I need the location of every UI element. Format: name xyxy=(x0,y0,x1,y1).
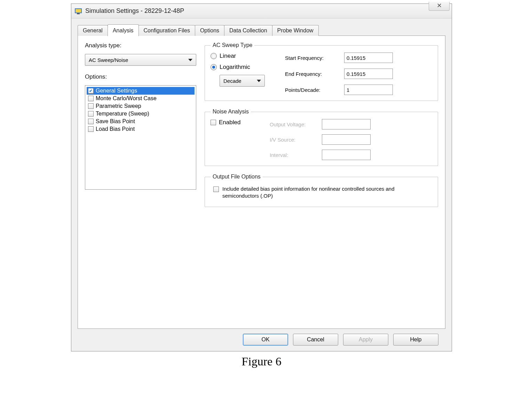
radio-logarithmic[interactable]: Logarithmic xyxy=(211,64,277,71)
output-file-options-legend: Output File Options xyxy=(211,174,263,180)
app-icon xyxy=(74,7,82,15)
content-area: General Analysis Configuration Files Opt… xyxy=(71,18,452,351)
simulation-settings-window: Simulation Settings - 28229-12-48P ✕ Gen… xyxy=(71,3,452,351)
list-item-label: Parametric Sweep xyxy=(96,103,141,109)
options-listbox[interactable]: ✔ General Settings Monte Carlo/Worst Cas… xyxy=(85,85,196,190)
checkbox-icon[interactable]: ✔ xyxy=(88,88,94,94)
end-frequency-label: End Frequency: xyxy=(285,71,341,77)
close-icon: ✕ xyxy=(437,2,442,9)
tab-analysis[interactable]: Analysis xyxy=(108,24,139,36)
radio-label: Logarithmic xyxy=(220,64,250,71)
options-label: Options: xyxy=(85,73,196,80)
log-scale-value: Decade xyxy=(223,78,241,84)
checkbox-icon[interactable] xyxy=(88,119,94,124)
chevron-down-icon xyxy=(188,59,192,61)
include-bias-label: Include detailed bias point information … xyxy=(222,185,429,200)
noise-enabled-checkbox[interactable]: Enabled xyxy=(211,119,259,126)
right-column: AC Sweep Type Linear Logarithmic xyxy=(205,42,438,322)
points-decade-input[interactable] xyxy=(344,85,393,95)
radio-label: Linear xyxy=(220,53,236,60)
log-scale-combo[interactable]: Decade xyxy=(220,75,265,87)
figure-caption: Figure 6 xyxy=(0,355,523,368)
tab-configuration-files[interactable]: Configuration Files xyxy=(138,25,195,36)
ac-sweep-group: AC Sweep Type Linear Logarithmic xyxy=(205,42,438,101)
list-item-label: Monte Carlo/Worst Case xyxy=(96,95,157,102)
apply-button[interactable]: Apply xyxy=(343,334,388,346)
help-button[interactable]: Help xyxy=(393,334,438,346)
radio-icon xyxy=(211,53,217,59)
list-item-label: General Settings xyxy=(96,88,137,94)
list-item-label: Save Bias Point xyxy=(96,118,135,125)
iv-source-input xyxy=(322,134,371,145)
option-temperature-sweep[interactable]: Temperature (Sweep) xyxy=(87,110,195,118)
option-parametric-sweep[interactable]: Parametric Sweep xyxy=(87,102,195,110)
output-voltage-label: Output Voltage: xyxy=(270,121,322,127)
tab-data-collection[interactable]: Data Collection xyxy=(224,25,272,36)
checkbox-icon[interactable] xyxy=(88,111,94,117)
analysis-type-value: AC Sweep/Noise xyxy=(89,57,128,63)
titlebar: Simulation Settings - 28229-12-48P ✕ xyxy=(71,4,452,18)
noise-enabled-label: Enabled xyxy=(219,119,240,126)
svg-rect-1 xyxy=(76,9,81,13)
iv-source-label: I/V Source: xyxy=(270,137,322,143)
analysis-type-combo[interactable]: AC Sweep/Noise xyxy=(85,54,196,66)
option-monte-carlo[interactable]: Monte Carlo/Worst Case xyxy=(87,95,195,102)
list-item-label: Load Bias Point xyxy=(96,126,135,132)
tab-general[interactable]: General xyxy=(78,25,108,36)
tab-strip: General Analysis Configuration Files Opt… xyxy=(78,23,445,36)
svg-rect-2 xyxy=(77,13,80,14)
close-button[interactable]: ✕ xyxy=(429,2,450,11)
option-save-bias-point[interactable]: Save Bias Point xyxy=(87,118,195,125)
checkbox-icon[interactable] xyxy=(88,103,94,109)
list-item-label: Temperature (Sweep) xyxy=(96,111,149,117)
ac-sweep-legend: AC Sweep Type xyxy=(211,42,254,48)
option-load-bias-point[interactable]: Load Bias Point xyxy=(87,125,195,133)
ok-button[interactable]: OK xyxy=(243,334,288,346)
start-frequency-label: Start Frequency: xyxy=(285,55,341,61)
start-frequency-input[interactable] xyxy=(344,53,393,63)
tab-options[interactable]: Options xyxy=(195,25,224,36)
radio-icon xyxy=(211,64,217,70)
option-general-settings[interactable]: ✔ General Settings xyxy=(87,87,195,95)
tab-body: Analysis type: AC Sweep/Noise Options: ✔… xyxy=(78,35,445,329)
left-column: Analysis type: AC Sweep/Noise Options: ✔… xyxy=(85,42,196,322)
tab-probe-window[interactable]: Probe Window xyxy=(272,25,319,36)
radio-linear[interactable]: Linear xyxy=(211,53,277,60)
interval-label: Interval: xyxy=(270,152,322,158)
cancel-button[interactable]: Cancel xyxy=(293,334,338,346)
checkbox-icon[interactable] xyxy=(88,126,94,132)
include-bias-checkbox[interactable] xyxy=(213,187,219,192)
checkbox-icon[interactable] xyxy=(88,96,94,101)
window-title: Simulation Settings - 28229-12-48P xyxy=(85,7,184,15)
output-voltage-input xyxy=(322,119,371,129)
end-frequency-input[interactable] xyxy=(344,69,393,79)
checkbox-icon xyxy=(211,120,216,125)
interval-input xyxy=(322,150,371,160)
output-file-options-group: Output File Options Include detailed bia… xyxy=(205,174,438,207)
chevron-down-icon xyxy=(257,80,261,82)
analysis-type-label: Analysis type: xyxy=(85,42,196,49)
dialog-buttons: OK Cancel Apply Help xyxy=(78,329,445,346)
noise-analysis-group: Noise Analysis Enabled Output Voltage: I… xyxy=(205,109,438,166)
points-decade-label: Points/Decade: xyxy=(285,87,341,93)
noise-analysis-legend: Noise Analysis xyxy=(211,109,251,115)
